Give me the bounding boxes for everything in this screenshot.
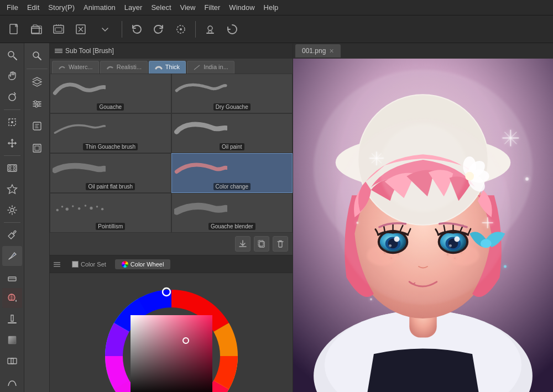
fill-tool[interactable] xyxy=(2,309,22,329)
redo-button[interactable] xyxy=(149,19,169,39)
brush-cell-oil-paint[interactable]: Oil paint xyxy=(171,113,293,153)
eraser-tool[interactable] xyxy=(2,267,22,287)
sub-zoom-btn[interactable] xyxy=(27,45,48,66)
svg-rect-3 xyxy=(55,28,62,32)
pen-tool[interactable] xyxy=(2,246,22,266)
export-button[interactable] xyxy=(49,19,69,39)
color-wheel-icon xyxy=(122,261,128,268)
expand-button[interactable] xyxy=(71,19,91,39)
brush-grid: Gouache Dry Gouache Thin Gouache brush O… xyxy=(50,74,293,233)
stamp-button[interactable] xyxy=(200,19,220,39)
svg-point-25 xyxy=(35,105,38,107)
svg-point-38 xyxy=(90,207,92,210)
hand-tool[interactable] xyxy=(2,66,22,86)
svg-rect-18 xyxy=(8,336,16,344)
open-file-button[interactable] xyxy=(27,19,46,39)
canvas-tab-close-btn[interactable]: × xyxy=(329,46,333,55)
anime-canvas xyxy=(293,59,553,392)
menu-select[interactable]: Select xyxy=(147,2,175,13)
color-set-icon xyxy=(72,261,79,268)
svg-rect-31 xyxy=(55,52,62,53)
brush-cell-color-change[interactable]: Color change xyxy=(171,153,293,193)
svg-rect-20 xyxy=(11,358,17,364)
separator xyxy=(4,109,20,110)
svg-point-7 xyxy=(208,26,212,30)
rotate-canvas-button[interactable] xyxy=(222,19,242,39)
download-preset-btn[interactable] xyxy=(235,236,251,252)
svg-point-8 xyxy=(8,51,14,57)
color-panel-menu[interactable] xyxy=(53,260,61,268)
canvas-tab-bar: 001.png × xyxy=(293,43,553,59)
svg-rect-45 xyxy=(54,266,60,267)
svg-point-35 xyxy=(72,205,74,207)
menu-edit[interactable]: Edit xyxy=(23,2,44,13)
zoom-tool[interactable] xyxy=(2,45,22,65)
menu-window[interactable]: Window xyxy=(225,2,259,13)
bezier-tool[interactable] xyxy=(2,372,22,392)
svg-point-33 xyxy=(61,206,64,208)
svg-point-32 xyxy=(56,209,59,211)
brush-actions xyxy=(50,233,293,255)
brush-cell-gouache[interactable]: Gouache xyxy=(50,74,171,113)
color-square[interactable] xyxy=(131,315,212,392)
svg-rect-13 xyxy=(13,166,15,168)
svg-rect-14 xyxy=(9,169,11,170)
brush-tab-watercolor[interactable]: Waterc... xyxy=(52,61,99,74)
svg-point-6 xyxy=(180,28,182,30)
color-wheel-wrapper[interactable] xyxy=(94,279,249,392)
brush-cell-oil-flat[interactable]: Oil paint flat brush xyxy=(50,153,171,193)
menu-layer[interactable]: Layer xyxy=(120,2,147,13)
rotate-tool[interactable] xyxy=(2,87,22,107)
delete-preset-btn[interactable] xyxy=(273,236,288,252)
color-wheel-container: H 342 S 68 V 90 xyxy=(50,273,293,392)
sub-frame-btn[interactable] xyxy=(27,138,48,159)
canvas-view[interactable] xyxy=(293,59,553,392)
brush-cell-thin-gouache[interactable]: Thin Gouache brush xyxy=(50,113,171,153)
color-set-tab[interactable]: Color Set xyxy=(65,259,113,269)
svg-rect-27 xyxy=(33,144,41,152)
canvas-tab-001[interactable]: 001.png × xyxy=(295,44,341,58)
menu-help[interactable]: Help xyxy=(259,2,283,13)
menu-story[interactable]: Story(P) xyxy=(44,2,79,13)
brush-cell-gouache-blender[interactable]: Gouache blender xyxy=(171,193,293,233)
paint-bucket-tool[interactable] xyxy=(2,288,22,308)
dropdown-button[interactable] xyxy=(93,19,117,39)
brush-tab-realistic[interactable]: Realisti... xyxy=(100,61,148,74)
sub-adjust-btn[interactable] xyxy=(27,93,48,114)
brush-tab-thick[interactable]: Thick xyxy=(149,61,186,74)
brush-tab-india[interactable]: India in... xyxy=(187,61,234,74)
svg-point-37 xyxy=(85,205,87,207)
separator-2 xyxy=(195,21,196,38)
undo-button[interactable] xyxy=(127,19,147,39)
menu-file[interactable]: File xyxy=(2,2,23,13)
brush-cell-pointillism[interactable]: Pointillism xyxy=(50,193,171,233)
settings-tool[interactable] xyxy=(2,200,22,220)
star-tool[interactable] xyxy=(2,179,22,199)
svg-rect-12 xyxy=(9,166,11,168)
brush-tabs: Waterc... Realisti... Thick India in... xyxy=(50,59,293,74)
svg-point-91 xyxy=(370,298,372,300)
color-panel-header: Color Set Color Wheel xyxy=(50,255,293,273)
copy-preset-btn[interactable] xyxy=(254,236,269,252)
gradient-tool[interactable] xyxy=(2,330,22,350)
sub-fx-btn[interactable] xyxy=(27,116,48,137)
menu-filter[interactable]: Filter xyxy=(200,2,225,13)
svg-point-34 xyxy=(66,208,69,211)
transform-selection-tool[interactable] xyxy=(2,112,22,132)
brush-cell-dry-gouache[interactable]: Dry Gouache xyxy=(171,74,293,113)
svg-point-36 xyxy=(78,207,80,210)
sub-separator xyxy=(27,69,48,69)
menu-view[interactable]: View xyxy=(176,2,200,13)
svg-rect-30 xyxy=(55,50,62,51)
menu-animation[interactable]: Animation xyxy=(79,2,120,13)
top-toolbar xyxy=(0,15,553,43)
color-wheel-tab[interactable]: Color Wheel xyxy=(115,259,171,269)
film-tool[interactable] xyxy=(2,158,22,178)
sub-tool-panel: Sub Tool [Brush] Waterc... Realisti... T… xyxy=(50,43,293,255)
move-tool[interactable] xyxy=(2,133,22,153)
sub-layers-btn[interactable] xyxy=(27,71,48,92)
clone-tool[interactable] xyxy=(2,351,22,371)
eyedrop-tool[interactable] xyxy=(2,225,22,245)
transform-button[interactable] xyxy=(171,19,191,39)
new-document-button[interactable] xyxy=(4,19,24,39)
